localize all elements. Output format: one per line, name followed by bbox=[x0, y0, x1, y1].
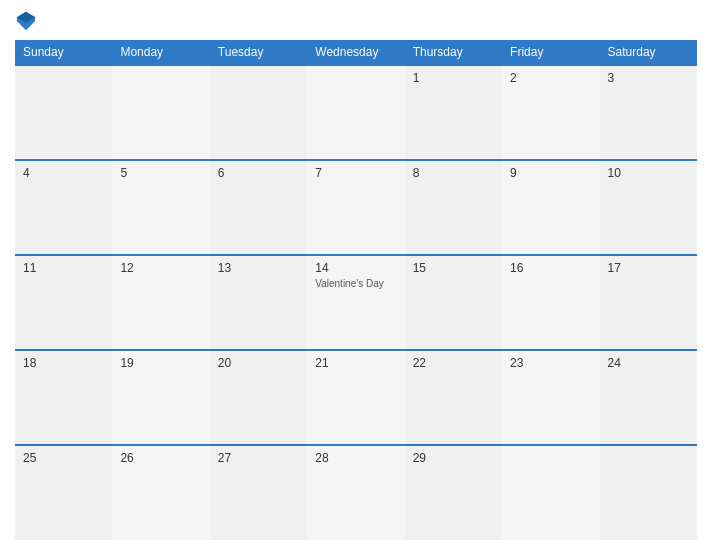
calendar-container: SundayMondayTuesdayWednesdayThursdayFrid… bbox=[0, 0, 712, 550]
calendar-cell bbox=[600, 445, 697, 540]
week-row-2: 45678910 bbox=[15, 160, 697, 255]
calendar-cell bbox=[112, 65, 209, 160]
day-number: 16 bbox=[510, 261, 591, 275]
calendar-cell: 18 bbox=[15, 350, 112, 445]
day-number: 14 bbox=[315, 261, 396, 275]
calendar-cell: 10 bbox=[600, 160, 697, 255]
calendar-cell: 27 bbox=[210, 445, 307, 540]
day-number: 18 bbox=[23, 356, 104, 370]
week-row-1: 123 bbox=[15, 65, 697, 160]
day-number: 21 bbox=[315, 356, 396, 370]
weekday-header-row: SundayMondayTuesdayWednesdayThursdayFrid… bbox=[15, 40, 697, 65]
calendar-cell: 12 bbox=[112, 255, 209, 350]
day-number: 8 bbox=[413, 166, 494, 180]
day-number: 10 bbox=[608, 166, 689, 180]
week-row-4: 18192021222324 bbox=[15, 350, 697, 445]
weekday-saturday: Saturday bbox=[600, 40, 697, 65]
day-number: 23 bbox=[510, 356, 591, 370]
calendar-cell bbox=[210, 65, 307, 160]
calendar-cell: 8 bbox=[405, 160, 502, 255]
day-number: 25 bbox=[23, 451, 104, 465]
day-number: 27 bbox=[218, 451, 299, 465]
day-number: 19 bbox=[120, 356, 201, 370]
calendar-cell: 2 bbox=[502, 65, 599, 160]
calendar-cell: 5 bbox=[112, 160, 209, 255]
day-number: 22 bbox=[413, 356, 494, 370]
day-number: 1 bbox=[413, 71, 494, 85]
day-number: 26 bbox=[120, 451, 201, 465]
logo-icon bbox=[15, 10, 37, 32]
day-number: 13 bbox=[218, 261, 299, 275]
day-number: 17 bbox=[608, 261, 689, 275]
calendar-cell: 21 bbox=[307, 350, 404, 445]
calendar-cell: 26 bbox=[112, 445, 209, 540]
calendar-cell bbox=[307, 65, 404, 160]
day-number: 9 bbox=[510, 166, 591, 180]
calendar-cell: 15 bbox=[405, 255, 502, 350]
day-number: 20 bbox=[218, 356, 299, 370]
weekday-tuesday: Tuesday bbox=[210, 40, 307, 65]
weekday-thursday: Thursday bbox=[405, 40, 502, 65]
calendar-cell: 17 bbox=[600, 255, 697, 350]
weekday-monday: Monday bbox=[112, 40, 209, 65]
calendar-cell: 3 bbox=[600, 65, 697, 160]
calendar-cell: 29 bbox=[405, 445, 502, 540]
calendar-cell: 4 bbox=[15, 160, 112, 255]
day-number: 7 bbox=[315, 166, 396, 180]
day-number: 3 bbox=[608, 71, 689, 85]
week-row-5: 2526272829 bbox=[15, 445, 697, 540]
day-number: 2 bbox=[510, 71, 591, 85]
calendar-cell bbox=[15, 65, 112, 160]
calendar-cell: 24 bbox=[600, 350, 697, 445]
calendar-cell: 20 bbox=[210, 350, 307, 445]
day-number: 24 bbox=[608, 356, 689, 370]
day-number: 4 bbox=[23, 166, 104, 180]
calendar-header bbox=[15, 10, 697, 32]
calendar-cell: 6 bbox=[210, 160, 307, 255]
day-number: 28 bbox=[315, 451, 396, 465]
day-number: 29 bbox=[413, 451, 494, 465]
calendar-cell: 7 bbox=[307, 160, 404, 255]
week-row-3: 11121314Valentine's Day151617 bbox=[15, 255, 697, 350]
calendar-cell: 13 bbox=[210, 255, 307, 350]
calendar-cell: 23 bbox=[502, 350, 599, 445]
weekday-friday: Friday bbox=[502, 40, 599, 65]
calendar-cell: 16 bbox=[502, 255, 599, 350]
day-number: 11 bbox=[23, 261, 104, 275]
logo bbox=[15, 10, 41, 32]
calendar-cell: 19 bbox=[112, 350, 209, 445]
calendar-cell: 1 bbox=[405, 65, 502, 160]
calendar-cell: 28 bbox=[307, 445, 404, 540]
calendar-cell: 11 bbox=[15, 255, 112, 350]
weekday-sunday: Sunday bbox=[15, 40, 112, 65]
calendar-cell bbox=[502, 445, 599, 540]
weekday-wednesday: Wednesday bbox=[307, 40, 404, 65]
day-number: 5 bbox=[120, 166, 201, 180]
calendar-cell: 9 bbox=[502, 160, 599, 255]
calendar-cell: 22 bbox=[405, 350, 502, 445]
day-number: 15 bbox=[413, 261, 494, 275]
calendar-cell: 25 bbox=[15, 445, 112, 540]
calendar-cell: 14Valentine's Day bbox=[307, 255, 404, 350]
holiday-label: Valentine's Day bbox=[315, 278, 396, 289]
calendar-table: SundayMondayTuesdayWednesdayThursdayFrid… bbox=[15, 40, 697, 540]
day-number: 12 bbox=[120, 261, 201, 275]
day-number: 6 bbox=[218, 166, 299, 180]
